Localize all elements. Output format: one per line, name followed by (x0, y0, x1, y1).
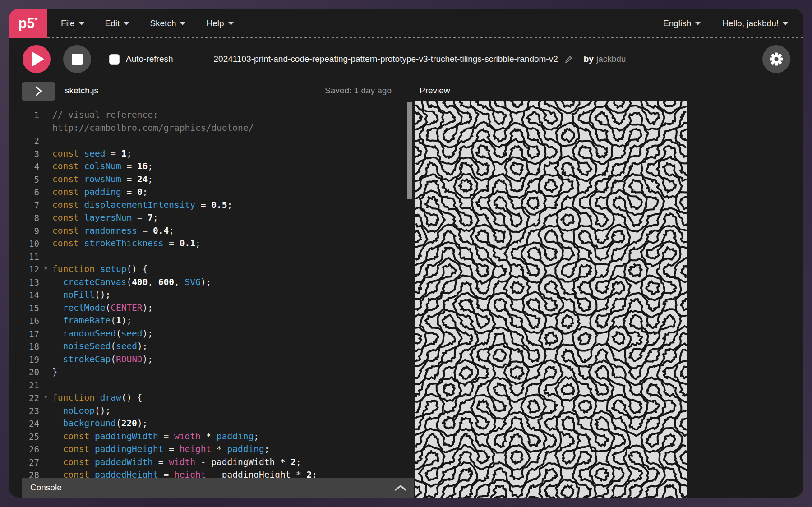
code-text: const rowsNum = 24; (48, 173, 153, 186)
code-text: noiseSeed(seed); (48, 340, 148, 353)
chevron-down-icon (79, 22, 84, 25)
menu-label: Sketch (150, 18, 176, 28)
console-header[interactable]: Console (22, 478, 414, 498)
line-number: 10 (22, 237, 48, 250)
code-text: const seed = 1; (48, 147, 132, 161)
line-number: 11 (22, 250, 48, 263)
play-button[interactable] (23, 45, 51, 73)
by-label: by (584, 54, 594, 64)
menu-edit[interactable]: Edit (105, 18, 129, 28)
line-number: 12▼ (22, 263, 48, 276)
code-text (48, 250, 58, 263)
code-text: const displacementIntensity = 0.5; (48, 199, 232, 212)
toolbar-divider (9, 80, 803, 80)
account-dropdown[interactable]: Hello, jackbdu! (722, 18, 788, 28)
code-text (48, 134, 58, 147)
line-number: 1 (22, 109, 48, 134)
code-line: 11 (22, 250, 414, 263)
line-number: 6 (22, 186, 48, 199)
line-number: 19 (22, 353, 48, 366)
code-line: 14 noFill(); (22, 289, 414, 302)
code-text: noFill(); (48, 289, 111, 302)
line-number: 4 (22, 160, 48, 173)
line-number: 26 (22, 443, 48, 456)
code-line: 16 frameRate(1); (22, 314, 414, 327)
line-number: 20 (22, 366, 48, 379)
code-line: 13 createCanvas(400, 600, SVG); (22, 276, 414, 289)
line-number: 5 (22, 173, 48, 186)
console-expand-button[interactable] (394, 484, 407, 491)
console-label: Console (30, 483, 62, 493)
code-text: const colsNum = 16; (48, 160, 153, 173)
preview-bar: Preview (414, 80, 803, 101)
preview-frame (414, 101, 803, 498)
menu-sketch[interactable]: Sketch (150, 18, 185, 28)
edit-title-icon[interactable] (564, 55, 573, 64)
menu-label: Help (206, 18, 224, 28)
sidebar-expand-button[interactable] (22, 82, 55, 101)
code-line: 8const layersNum = 7; (22, 212, 414, 225)
editor-scrollbar[interactable] (407, 102, 412, 199)
code-line: 5const rowsNum = 24; (22, 173, 414, 186)
editor-panel: sketch.js Saved: 1 day ago 1// visual re… (9, 80, 414, 498)
chevron-right-icon (32, 85, 44, 97)
fold-arrow-icon[interactable]: ▼ (44, 394, 47, 400)
code-line: 1// visual reference:http://cambolbro.co… (22, 109, 414, 134)
settings-button[interactable] (762, 45, 790, 73)
code-line: 20} (22, 366, 414, 379)
code-text: noLoop(); (48, 405, 111, 418)
greeting-label: Hello, jackbdu! (722, 18, 779, 28)
gear-icon (768, 51, 784, 67)
app-window: p5* FileEditSketchHelp English Hello, ja… (9, 9, 803, 498)
auto-refresh-checkbox[interactable] (109, 54, 120, 65)
code-line: 19 strokeCap(ROUND); (22, 353, 414, 366)
preview-panel: Preview (414, 80, 803, 498)
language-label: English (663, 18, 691, 28)
line-number: 17 (22, 327, 48, 341)
code-text: function draw() { (48, 392, 143, 405)
code-line: 23 noLoop(); (22, 405, 414, 418)
chevron-down-icon (228, 22, 234, 25)
code-editor[interactable]: 1// visual reference:http://cambolbro.co… (22, 101, 414, 478)
code-text: randomSeed(seed); (48, 327, 153, 341)
code-line: 25 const paddingWidth = width * padding; (22, 430, 414, 443)
line-number: 9 (22, 225, 48, 238)
code-text: strokeCap(ROUND); (48, 353, 153, 366)
logo-unsaved-asterisk: * (35, 16, 38, 25)
code-text: } (48, 366, 58, 379)
code-text: const paddedWidth = width - paddingWidth… (48, 456, 301, 469)
line-number: 3 (22, 147, 48, 161)
sketch-canvas (415, 101, 687, 498)
auto-refresh-control: Auto-refresh (109, 54, 173, 65)
p5-logo[interactable]: p5* (9, 9, 47, 38)
code-line: 4const colsNum = 16; (22, 160, 414, 173)
menu-file[interactable]: File (61, 18, 84, 28)
saved-status: Saved: 1 day ago (325, 86, 392, 96)
code-line: 28 const paddedHeight = height - padding… (22, 469, 414, 478)
line-number: 16 (22, 314, 48, 327)
logo-text: p5 (18, 15, 35, 32)
stop-button[interactable] (63, 45, 91, 73)
code-line: 6const padding = 0; (22, 186, 414, 199)
line-number: 2 (22, 134, 48, 147)
line-number: 7 (22, 199, 48, 212)
code-line: 18 noiseSeed(seed); (22, 340, 414, 353)
line-number: 15 (22, 302, 48, 315)
code-line: 3const seed = 1; (22, 147, 414, 161)
gutter-divider (48, 101, 48, 478)
code-text: function setup() { (48, 263, 148, 276)
stop-icon (72, 54, 83, 65)
code-line: 26 const paddingHeight = height * paddin… (22, 443, 414, 456)
code-line: 7const displacementIntensity = 0.5; (22, 199, 414, 212)
line-number: 21 (22, 379, 48, 392)
menu-help[interactable]: Help (206, 18, 233, 28)
file-tab-sketchjs[interactable]: sketch.js (65, 86, 98, 96)
author-link[interactable]: jackbdu (596, 54, 626, 64)
line-number: 18 (22, 340, 48, 353)
line-number: 25 (22, 430, 48, 443)
code-text: const paddingHeight = height * padding; (48, 443, 269, 456)
code-pane: 1// visual reference:http://cambolbro.co… (22, 101, 414, 498)
language-dropdown[interactable]: English (663, 18, 701, 28)
code-text: const layersNum = 7; (48, 212, 158, 225)
fold-arrow-icon[interactable]: ▼ (44, 266, 47, 271)
